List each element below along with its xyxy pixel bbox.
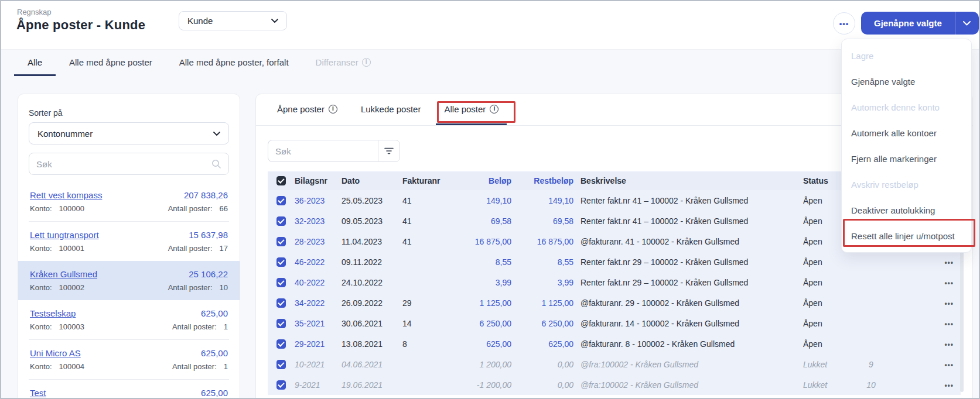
row-actions-button[interactable]: ••• [944,259,954,267]
tab-alle-poster[interactable]: Alle poster i [436,94,507,125]
menu-item-automerk-denne-konto: Automerk denne konto [842,94,971,120]
row-checkbox[interactable] [276,278,286,287]
bilagsnr-link[interactable]: 29-2021 [295,339,342,349]
info-icon: i [329,105,337,113]
sort-label: Sorter på [29,108,229,118]
bilagsnr-link[interactable]: 9-2021 [295,380,342,390]
table-row-closed: 10-2021 04.06.2021 1 200,00 0,00 @fra:10… [268,354,961,374]
antall-value: 1 [224,322,228,331]
row-actions-button[interactable]: ••• [944,361,954,369]
table-row-closed: 9-2021 19.06.2021 -1 200,00 0,00 @fra:10… [268,374,961,395]
account-link[interactable]: Uni Micro AS [30,348,81,358]
entity-type-select[interactable]: Kunde [179,11,287,30]
breadcrumb: Regnskap [17,8,52,16]
filter-icon [384,147,394,154]
page-tab-bar: Alle Alle med åpne poster Alle med åpne … [1,50,979,76]
account-search-input[interactable] [36,159,211,169]
row-checkbox[interactable] [276,360,286,369]
row-checkbox[interactable] [276,380,286,390]
list-item-selected[interactable]: Kråken Gullsmed 25 106,22 Konto:100002 A… [18,261,240,300]
bilagsnr-link[interactable]: 32-2023 [295,216,342,226]
table-row: 35-2021 30.06.2021 14 6 250,00 6 250,00 … [268,313,961,333]
list-item[interactable]: Uni Micro AS 625,00 Konto:100004 Antall … [29,339,229,379]
account-amount: 625,00 [201,348,228,358]
account-link[interactable]: Test [30,388,46,398]
more-actions-button[interactable]: ••• [833,12,855,35]
reopen-selected-label[interactable]: Gjenåpne valgte [861,12,955,35]
row-checkbox[interactable] [276,298,286,308]
row-actions-button[interactable]: ••• [944,320,954,328]
account-amount: 625,00 [201,308,228,318]
tab-lukkede-poster[interactable]: Lukkede poster [353,94,429,125]
konto-value: 100002 [59,283,84,292]
row-actions-button[interactable]: ••• [944,340,954,349]
tab-apne-poster[interactable]: Åpne poster i [269,94,346,125]
tab-alle-med-apne-poster-forfalt[interactable]: Alle med åpne poster, forfalt [166,50,302,76]
account-link[interactable]: Kråken Gullsmed [30,269,97,279]
antall-value: 1 [224,362,228,371]
list-item[interactable]: Test 625,00 [29,379,229,399]
bilagsnr-link[interactable]: 35-2021 [295,319,342,328]
bilagsnr-link[interactable]: 46-2022 [295,257,342,267]
more-actions-menu: Lagre Gjenåpne valgte Automerk denne kon… [841,39,972,253]
row-checkbox[interactable] [276,257,286,267]
menu-item-automerk-alle-kontoer[interactable]: Automerk alle kontoer [842,120,971,146]
konto-value: 100001 [59,244,84,253]
menu-item-resett-alle-linjer[interactable]: Resett alle linjer u/motpost [842,223,971,249]
sort-select[interactable]: Kontonummer [29,122,229,145]
list-item[interactable]: Rett vest kompass 207 838,26 Konto:10000… [29,182,229,221]
row-checkbox[interactable] [276,196,286,205]
ellipsis-icon: ••• [839,19,849,28]
page-title: Åpne poster - Kunde [16,18,145,33]
account-amount: 15 637,98 [189,230,228,240]
table-row: 40-2022 24.10.2022 3,99 3,99 Renter fakt… [268,272,961,293]
info-icon: i [362,58,371,67]
tab-alle[interactable]: Alle [14,50,56,76]
posts-search [268,140,400,162]
konto-value: 100000 [59,204,84,213]
row-checkbox[interactable] [276,319,286,328]
bilagsnr-link[interactable]: 34-2022 [295,298,342,308]
bilagsnr-link[interactable]: 28-2023 [295,237,342,246]
posts-search-input[interactable] [275,146,371,156]
row-checkbox[interactable] [276,216,286,226]
account-amount: 25 106,22 [189,269,228,279]
antall-value: 10 [220,283,228,292]
bilagsnr-link[interactable]: 36-2023 [295,196,342,205]
tab-alle-med-apne-poster[interactable]: Alle med åpne poster [56,50,166,76]
konto-value: 100004 [59,362,84,371]
row-actions-button[interactable]: ••• [944,381,954,390]
account-link[interactable]: Testselskap [30,308,76,318]
row-actions-button[interactable]: ••• [944,279,954,287]
row-checkbox[interactable] [276,339,286,349]
entity-type-select-value: Kunde [187,16,213,26]
list-item[interactable]: Lett tungtransport 15 637,98 Konto:10000… [29,221,229,261]
chevron-down-icon [213,132,220,136]
row-actions-button[interactable]: ••• [944,300,954,308]
menu-item-lagre: Lagre [842,43,971,68]
menu-item-deaktiver-autolukking[interactable]: Deaktiver autolukking [842,197,971,223]
table-row: 34-2022 26.09.2022 29 1 125,00 1 125,00 … [268,293,961,313]
account-amount: 207 838,26 [184,190,228,200]
info-icon: i [490,105,498,113]
bilagsnr-link[interactable]: 40-2022 [295,278,342,287]
menu-item-avskriv-restbelop: Avskriv restbeløp [842,171,971,197]
account-link[interactable]: Lett tungtransport [30,230,99,240]
app-window: Regnskap Åpne poster - Kunde Kunde ••• G… [0,0,980,399]
select-all-checkbox[interactable] [276,176,286,185]
list-item[interactable]: Testselskap 625,00 Konto:100003 Antall p… [29,300,229,339]
table-row: 46-2022 09.11.2022 8,55 8,55 Renter fakt… [268,252,961,272]
chevron-down-icon [271,19,278,23]
accounts-panel: Sorter på Kontonummer Rett vest kompass … [18,94,240,399]
split-button-caret[interactable] [955,12,979,35]
filter-button[interactable] [378,140,400,162]
menu-item-gjenapne-valgte[interactable]: Gjenåpne valgte [842,68,971,94]
menu-item-fjern-alle-markeringer[interactable]: Fjern alle markeringer [842,146,971,171]
search-icon [211,159,221,169]
row-checkbox[interactable] [276,237,286,246]
reopen-selected-split-button[interactable]: Gjenåpne valgte [861,12,979,35]
table-row: 29-2021 13.08.2021 8 625,00 625,00 @fakt… [268,333,961,354]
account-link[interactable]: Rett vest kompass [30,190,102,200]
account-search[interactable] [29,153,229,175]
bilagsnr-link[interactable]: 10-2021 [295,360,342,369]
